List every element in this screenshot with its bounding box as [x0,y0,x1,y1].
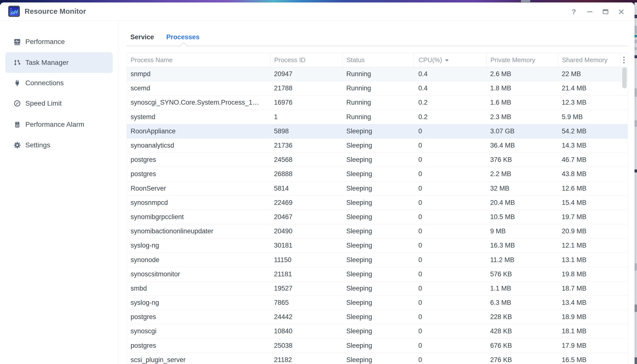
cell-pid: 20490 [270,224,343,238]
cell-name: postgres [127,153,270,167]
table-row[interactable]: RoonAppliance5898Sleeping03.07 GB54.2 MB [127,124,628,138]
cell-shared_memory: 18.7 MB [558,282,620,296]
vertical-scrollbar-thumb[interactable] [622,67,627,88]
column-header-shared_memory[interactable]: Shared Memory [558,53,620,67]
sidebar-item-speed-limit[interactable]: Speed Limit [6,93,113,114]
table-row[interactable]: postgres24568Sleeping0376 KB46.7 MB [127,153,628,167]
column-header-label: Process ID [274,56,305,64]
table-row[interactable]: smbd19527Sleeping01.1 MB18.7 MB [127,282,628,296]
cell-status: Sleeping [343,167,413,181]
performance-icon [14,38,21,46]
cell-private_memory: 9 MB [487,224,558,238]
cell-status: Sleeping [343,182,413,196]
cell-private_memory: 20.4 MB [487,196,558,210]
cell-status: Sleeping [343,324,413,338]
table-row[interactable]: postgres25038Sleeping0676 KB17.9 MB [127,339,628,353]
cell-name: RoonAppliance [127,124,270,138]
cell-status: Sleeping [343,210,413,224]
resource-monitor-app-icon [8,6,20,17]
cell-pid: 21736 [270,138,343,152]
table-row[interactable]: synomibgrpcclient20467Sleeping010.5 MB19… [127,210,628,224]
cell-name: syslog-ng [127,296,270,310]
cell-pid: 20467 [270,210,343,224]
column-header-label: CPU(%) [418,56,442,64]
cell-private_memory: 376 KB [487,153,558,167]
table-row[interactable]: syslog-ng7865Sleeping06.3 MB13.4 MB [127,296,628,310]
cell-cpu: 0 [413,324,487,338]
cell-shared_memory: 19.7 MB [558,210,620,224]
column-header-pid[interactable]: Process ID [270,53,343,67]
table-row[interactable]: systemd1Running0.22.3 MB5.9 MB [127,110,628,124]
table-row[interactable]: synoanalyticsd21736Sleeping036.4 MB14.3 … [127,138,628,153]
table-row[interactable]: synoscgi_SYNO.Core.System.Process_1…1697… [127,96,628,110]
column-settings-button[interactable] [620,53,628,67]
cell-private_memory: 32 MB [487,182,558,196]
sidebar-item-connections[interactable]: Connections [6,73,113,93]
table-row[interactable]: synoscsitmonitor21181Sleeping0576 KB19.8… [127,267,628,282]
table-header: Process NameProcess IDStatusCPU(%)Privat… [127,53,628,67]
cell-name: postgres [127,167,270,181]
resource-monitor-window: Resource Monitor ? Performa [0,2,634,364]
background-window-sliver [634,2,637,364]
help-button[interactable]: ? [568,6,579,17]
cell-cpu: 0 [413,253,487,267]
cell-status: Sleeping [343,238,413,252]
cell-shared_memory: 18.1 MB [558,324,620,338]
cell-cpu: 0 [413,138,487,152]
connections-icon [14,79,21,87]
minimize-button[interactable] [584,6,595,17]
tab-service[interactable]: Service [130,31,154,43]
tab-underline [127,46,628,46]
cell-cpu: 0 [413,310,487,324]
maximize-button[interactable] [600,6,611,17]
column-header-private_memory[interactable]: Private Memory [487,53,558,67]
cell-private_memory: 3.07 GB [487,124,558,138]
column-header-cpu[interactable]: CPU(%) [413,53,487,67]
table-row[interactable]: synonode11150Sleeping011.2 MB13.1 MB [127,253,628,267]
cell-status: Sleeping [343,296,413,310]
cell-name: snmpd [127,67,270,81]
cell-cpu: 0 [413,282,487,296]
table-row[interactable]: synoscgi10840Sleeping0428 KB18.1 MB [127,324,628,338]
table-row[interactable]: snmpd20947Running0.42.6 MB22 MB [127,67,628,81]
sidebar-item-performance-alarm[interactable]: Performance Alarm [6,114,113,135]
cell-cpu: 0 [413,167,487,181]
performance-alarm-icon [14,121,21,128]
cell-pid: 11150 [270,253,343,267]
close-button[interactable] [616,6,627,17]
table-row[interactable]: scemd21788Running0.41.8 MB21.4 MB [127,81,628,96]
column-header-status[interactable]: Status [343,53,413,67]
cell-private_memory: 16.3 MB [487,238,558,252]
table-row[interactable]: postgres26888Sleeping02.2 MB43.8 MB [127,167,628,181]
kebab-menu-icon [623,57,625,58]
table-row[interactable]: postgres24442Sleeping0228 KB18.9 MB [127,310,628,324]
cell-pid: 21182 [270,353,343,364]
cell-pid: 10840 [270,324,343,338]
cell-pid: 24568 [270,153,343,167]
cell-name: synoscsitmonitor [127,267,270,281]
table-row[interactable]: scsi_plugin_server21182Sleeping0276 KB16… [127,353,628,364]
cell-name: synonode [127,253,270,267]
table-row[interactable]: synomibactiononlineupdater20490Sleeping0… [127,224,628,238]
cell-private_memory: 1.1 MB [487,282,558,296]
settings-icon [14,142,21,149]
cell-shared_memory: 20.9 MB [558,224,620,238]
sidebar-item-settings[interactable]: Settings [6,135,113,156]
table-row[interactable]: RoonServer5814Sleeping032 MB12.6 MB [127,182,628,196]
sidebar-item-performance[interactable]: Performance [6,32,113,52]
cell-private_memory: 228 KB [487,310,558,324]
table-row[interactable]: syslog-ng30181Sleeping016.3 MB12.1 MB [127,238,628,253]
cell-shared_memory: 21.4 MB [558,81,620,95]
cell-status: Sleeping [343,196,413,210]
cell-pid: 30181 [270,238,343,252]
cell-cpu: 0 [413,196,487,210]
tab-processes[interactable]: Processes [166,31,199,43]
table-row[interactable]: synosnmpcd22469Sleeping020.4 MB15.4 MB [127,196,628,210]
cell-shared_memory: 5.9 MB [558,110,620,124]
cell-shared_memory: 12.1 MB [558,238,620,252]
cell-private_memory: 2.6 MB [487,67,558,81]
sidebar-item-task-manager[interactable]: Task Manager [6,52,113,73]
cell-pid: 20947 [270,67,343,81]
cell-name: synoscgi_SYNO.Core.System.Process_1… [127,96,270,110]
column-header-name[interactable]: Process Name [127,53,270,67]
